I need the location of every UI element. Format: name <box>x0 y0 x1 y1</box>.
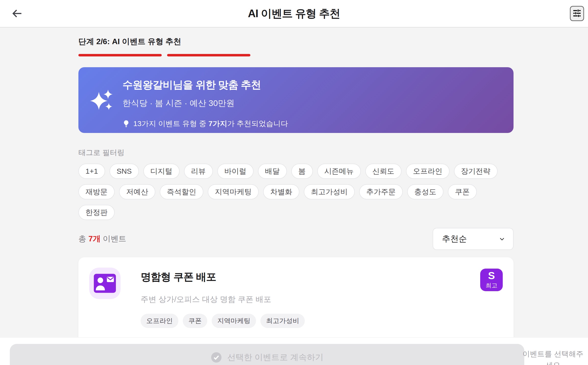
grade-label: 최고 <box>486 282 497 289</box>
banner-subtitle: 한식당 · 봄 시즌 · 예산 30만원 <box>122 98 288 109</box>
contact-card-icon <box>94 274 116 293</box>
banner-info: 13가지 이벤트 유형 중 7가지가 추천되었습니다 <box>122 119 288 129</box>
filter-tag[interactable]: 즉석할인 <box>160 184 203 199</box>
event-tag: 지역마케팅 <box>212 314 256 328</box>
filter-tag[interactable]: 바이럴 <box>217 164 254 179</box>
filter-tag[interactable]: 배달 <box>258 164 287 179</box>
event-card-main: 명함형 쿠폰 배포 주변 상가/오피스 대상 명함 쿠폰 배포 오프라인쿠폰지역… <box>141 268 480 328</box>
screen: AI 이벤트 유형 추천 단계 2/6: AI 이벤트 유형 추천 <box>0 0 588 365</box>
sparkles-icon <box>90 86 114 133</box>
ai-recommendation-banner: 수원왕갈비님을 위한 맞춤 추천 한식당 · 봄 시즌 · 예산 30만원 13… <box>78 67 514 133</box>
filter-tag-list: 1+1SNS디지털리뷰바이럴배달봄시즌메뉴신뢰도오프라인장기전략재방문저예산즉석… <box>78 164 514 220</box>
filter-tag[interactable]: 시즌메뉴 <box>317 164 361 179</box>
banner-body: 수원왕갈비님을 위한 맞춤 추천 한식당 · 봄 시즌 · 예산 30만원 13… <box>122 78 288 133</box>
results-row: 총 7개 이벤트 추천순 <box>78 228 514 250</box>
filter-tag[interactable]: 봄 <box>291 164 313 179</box>
back-button[interactable] <box>10 7 24 21</box>
sliders-icon <box>572 8 582 19</box>
filter-tag[interactable]: 저예산 <box>119 184 155 199</box>
arrow-left-icon <box>11 7 24 21</box>
event-card-head: 명함형 쿠폰 배포 주변 상가/오피스 대상 명함 쿠폰 배포 오프라인쿠폰지역… <box>89 268 503 328</box>
filter-tag[interactable]: 추가주문 <box>359 184 403 199</box>
selection-hint: 이벤트를 선택해주세요 <box>521 348 585 365</box>
page-title: AI 이벤트 유형 추천 <box>0 6 588 21</box>
filter-tag[interactable]: 충성도 <box>407 184 443 199</box>
sort-dropdown[interactable]: 추천순 <box>433 228 514 250</box>
filter-tag[interactable]: 지역마케팅 <box>208 184 259 199</box>
chevron-down-icon <box>498 235 506 243</box>
filter-settings-button[interactable] <box>570 6 584 21</box>
header: AI 이벤트 유형 추천 <box>0 0 588 27</box>
filter-tag[interactable]: 디지털 <box>143 164 180 179</box>
filter-tag[interactable]: 리뷰 <box>184 164 213 179</box>
event-tag: 오프라인 <box>141 314 178 328</box>
filter-tag[interactable]: 장기전략 <box>454 164 498 179</box>
grade-badge: S 최고 <box>480 269 503 291</box>
banner-title: 수원왕갈비님을 위한 맞춤 추천 <box>122 78 288 92</box>
results-count: 총 7개 이벤트 <box>78 234 126 244</box>
progress-segment <box>167 54 250 56</box>
filter-tag[interactable]: 한정판 <box>78 205 115 220</box>
main-content: 단계 2/6: AI 이벤트 유형 추천 수원왕갈비님을 위한 맞춤 추천 한식… <box>39 27 551 365</box>
sort-selected-value: 추천순 <box>442 233 498 245</box>
footer-bar: 선택한 이벤트로 계속하기 이벤트를 선택해주세요 <box>0 337 588 365</box>
event-tag-list: 오프라인쿠폰지역마케팅최고가성비 <box>141 314 480 328</box>
filter-tag[interactable]: 오프라인 <box>406 164 450 179</box>
event-tag: 최고가성비 <box>260 314 305 328</box>
lightbulb-icon <box>122 120 130 128</box>
step-label: 단계 2/6: AI 이벤트 유형 추천 <box>78 27 514 47</box>
progress-segment <box>78 54 162 56</box>
event-description: 주변 상가/오피스 대상 명함 쿠폰 배포 <box>141 294 480 305</box>
continue-button-label: 선택한 이벤트로 계속하기 <box>227 352 324 363</box>
event-tag: 쿠폰 <box>183 314 207 328</box>
grade-letter: S <box>488 270 495 281</box>
filter-tag[interactable]: 쿠폰 <box>448 184 477 199</box>
filter-tag[interactable]: 최고가성비 <box>304 184 355 199</box>
progress-bar <box>78 54 514 56</box>
banner-info-text: 13가지 이벤트 유형 중 7가지가 추천되었습니다 <box>133 119 288 129</box>
filter-tag[interactable]: SNS <box>110 164 139 179</box>
event-icon <box>89 268 121 299</box>
filter-tag[interactable]: 신뢰도 <box>365 164 402 179</box>
filter-tag[interactable]: 1+1 <box>78 164 105 179</box>
event-title: 명함형 쿠폰 배포 <box>141 270 480 284</box>
check-circle-icon <box>211 352 222 363</box>
continue-button[interactable]: 선택한 이벤트로 계속하기 <box>10 344 524 365</box>
filter-tag[interactable]: 재방문 <box>78 184 115 199</box>
filter-tag[interactable]: 차별화 <box>263 184 299 199</box>
filter-label: 태그로 필터링 <box>78 148 514 158</box>
